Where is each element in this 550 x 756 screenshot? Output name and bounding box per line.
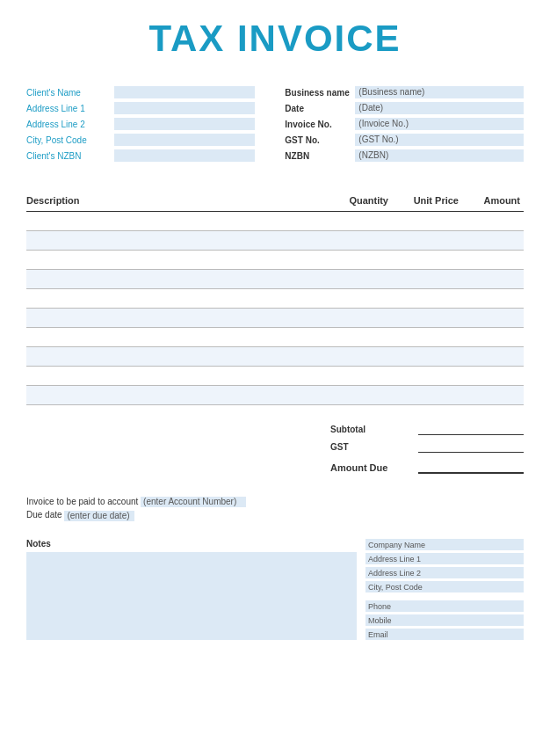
table-row: [26, 309, 524, 328]
company-phone-row: Phone: [365, 600, 524, 612]
table-cell-amount: [462, 212, 524, 231]
company-address2-row: Address Line 2: [365, 567, 524, 578]
invoice-page: TAX INVOICE Client's Name Address Line 1…: [0, 0, 550, 756]
subtotal-row: Subtotal: [330, 423, 524, 435]
client-nzbn-row: Client's NZBN: [26, 149, 265, 162]
company-email-row: Email: [365, 629, 524, 640]
gst-label: GST: [330, 442, 349, 452]
company-address1: Address Line 1: [365, 555, 421, 563]
table-cell-unit-price: [392, 328, 462, 347]
table-cell-qty: [330, 251, 392, 270]
business-invoice-field: (Invoice No.): [355, 118, 524, 130]
business-gst-row: GST No. (GST No.): [285, 134, 524, 146]
table-row: [26, 386, 524, 405]
amount-due-value: [418, 462, 524, 474]
table-row: [26, 328, 524, 347]
table-row: [26, 270, 524, 289]
table-cell-unit-price: [392, 386, 462, 405]
business-date-row: Date (Date): [285, 102, 524, 114]
business-gst-field: (GST No.): [355, 134, 524, 146]
table-cell-desc: [26, 212, 330, 231]
client-name-field: [114, 86, 255, 98]
table-header-row: Description Quantity Unit Price Amount: [26, 192, 524, 212]
client-section: Client's Name Address Line 1 Address Lin…: [26, 86, 265, 165]
client-address1-field: [114, 102, 255, 114]
table-cell-qty: [330, 367, 392, 386]
table-cell-desc: [26, 270, 330, 289]
client-city-field: [114, 134, 255, 146]
table-cell-unit-price: [392, 212, 462, 231]
table-cell-amount: [462, 347, 524, 367]
business-date-value: (Date): [355, 103, 383, 113]
business-nzbn-value: (NZBN): [355, 150, 388, 160]
company-mobile-row: Mobile: [365, 614, 524, 626]
table-row: [26, 231, 524, 251]
table-cell-amount: [462, 289, 524, 309]
client-city-row: City, Post Code: [26, 134, 265, 146]
table-row: [26, 367, 524, 386]
client-nzbn-field: [114, 149, 255, 162]
invoice-table: Description Quantity Unit Price Amount: [26, 192, 524, 405]
company-email: Email: [365, 630, 388, 639]
table-cell-qty: [330, 347, 392, 367]
table-cell-qty: [330, 328, 392, 347]
table-cell-amount: [462, 328, 524, 347]
business-name-field: (Business name): [355, 86, 524, 98]
notes-label: Notes: [26, 539, 357, 549]
title-section: TAX INVOICE: [26, 18, 524, 60]
table-cell-unit-price: [392, 251, 462, 270]
table-cell-qty: [330, 231, 392, 251]
table-row: [26, 289, 524, 309]
business-invoice-value: (Invoice No.): [355, 119, 409, 128]
payment-line-1: Invoice to be paid to account (enter Acc…: [26, 497, 524, 507]
business-invoice-label: Invoice No.: [285, 120, 355, 129]
table-cell-desc: [26, 367, 330, 386]
gst-row: GST: [330, 440, 524, 453]
client-nzbn-label: Client's NZBN: [26, 151, 114, 161]
company-address2: Address Line 2: [365, 569, 421, 578]
payment-line2-prefix: Due date: [26, 510, 62, 520]
bottom-section: Notes Company Name Address Line 1 Addres…: [26, 539, 524, 643]
payment-line1-prefix: Invoice to be paid to account: [26, 497, 138, 506]
col-description: Description: [26, 192, 330, 212]
table-cell-unit-price: [392, 231, 462, 251]
company-city: City, Post Code: [365, 583, 423, 592]
company-name-row: Company Name: [365, 539, 524, 550]
table-cell-desc: [26, 231, 330, 251]
business-name-label: Business name: [285, 88, 355, 98]
table-cell-amount: [462, 231, 524, 251]
client-city-label: City, Post Code: [26, 135, 114, 145]
gst-value: [418, 440, 524, 453]
client-name-label: Client's Name: [26, 88, 114, 98]
col-unit-price: Unit Price: [392, 192, 462, 212]
company-city-row: City, Post Code: [365, 581, 524, 592]
business-nzbn-label: NZBN: [285, 151, 355, 161]
table-cell-unit-price: [392, 367, 462, 386]
notes-area: [26, 552, 357, 640]
due-date-field: (enter due date): [64, 511, 134, 521]
table-cell-desc: [26, 347, 330, 367]
payment-section: Invoice to be paid to account (enter Acc…: [26, 497, 524, 521]
invoice-title: TAX INVOICE: [148, 18, 401, 59]
table-cell-amount: [462, 251, 524, 270]
client-address2-label: Address Line 2: [26, 120, 114, 129]
company-phone: Phone: [365, 602, 391, 611]
client-address1-row: Address Line 1: [26, 102, 265, 114]
table-cell-amount: [462, 270, 524, 289]
subtotal-value: [418, 423, 524, 435]
table-row: [26, 251, 524, 270]
table-cell-unit-price: [392, 289, 462, 309]
table-cell-desc: [26, 309, 330, 328]
table-cell-qty: [330, 289, 392, 309]
col-amount: Amount: [462, 192, 524, 212]
business-date-label: Date: [285, 104, 355, 113]
company-name: Company Name: [365, 541, 425, 549]
business-date-field: (Date): [355, 102, 524, 114]
business-section: Business name (Business name) Date (Date…: [285, 86, 524, 165]
totals-section: Subtotal GST Amount Due: [26, 423, 524, 479]
table-cell-amount: [462, 367, 524, 386]
amount-due-label: Amount Due: [330, 462, 387, 473]
table-cell-qty: [330, 309, 392, 328]
company-mobile: Mobile: [365, 616, 392, 625]
business-invoice-row: Invoice No. (Invoice No.): [285, 118, 524, 130]
